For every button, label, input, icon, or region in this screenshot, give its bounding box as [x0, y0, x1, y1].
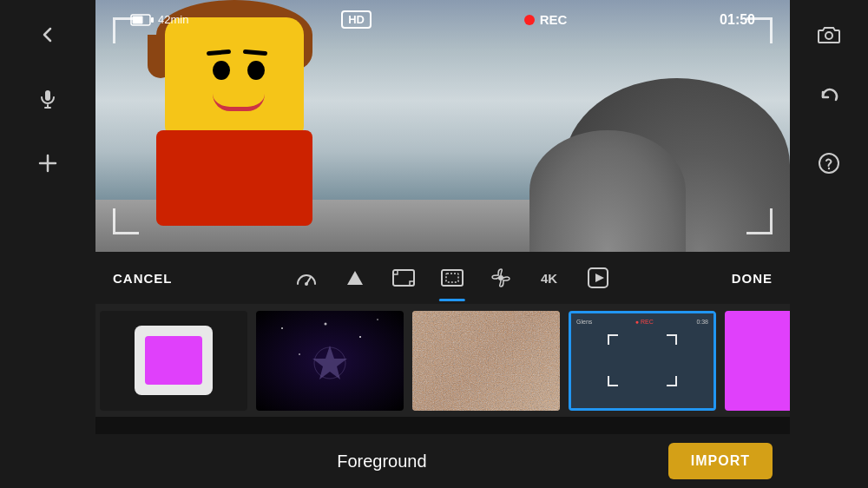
svg-point-17 [498, 275, 503, 280]
done-button[interactable]: DONE [732, 271, 773, 286]
svg-rect-16 [446, 274, 458, 282]
camera-button[interactable] [810, 16, 848, 54]
thumbnail-strip: Glens ● REC 0:38 [95, 304, 790, 417]
svg-point-7 [828, 168, 830, 169]
aspect-ratio-button[interactable] [387, 261, 420, 294]
rec-text: REC [540, 12, 568, 27]
camera-hud: 42min HD REC 01:50 [95, 10, 790, 29]
mic-button[interactable] [29, 80, 67, 118]
svg-point-5 [825, 32, 832, 39]
rec-dot [524, 15, 535, 25]
foreground-label: Foreground [95, 452, 668, 472]
undo-button[interactable] [810, 80, 848, 118]
up-arrow-button[interactable] [339, 261, 372, 294]
svg-point-23 [299, 353, 300, 355]
help-button[interactable] [810, 144, 848, 182]
grid-overlay-button[interactable] [436, 261, 469, 294]
add-button[interactable] [29, 144, 67, 182]
lego-figure [139, 17, 330, 226]
toolbar-icons: 4K [173, 261, 732, 294]
svg-rect-9 [133, 16, 143, 23]
viewfinder-mini-hud: Glens ● REC 0:38 [571, 319, 713, 325]
svg-marker-19 [595, 274, 604, 282]
svg-point-22 [359, 336, 361, 338]
thumbnail-4-selected[interactable]: Glens ● REC 0:38 [569, 311, 716, 411]
thumbnail-2[interactable] [256, 311, 404, 411]
video-preview: 42min HD REC 01:50 [95, 0, 790, 252]
back-button[interactable] [29, 16, 67, 54]
thumbnail-1[interactable] [100, 311, 247, 411]
svg-marker-25 [312, 346, 347, 379]
fan-button[interactable] [484, 261, 517, 294]
svg-marker-13 [347, 271, 363, 285]
svg-rect-0 [45, 90, 50, 101]
battery-indicator: 42min [130, 13, 188, 26]
svg-point-24 [377, 319, 378, 320]
svg-rect-10 [151, 17, 154, 23]
timer-display: 01:50 [720, 12, 755, 28]
svg-point-12 [305, 282, 308, 286]
toolbar: CANCEL [95, 252, 790, 304]
left-sidebar [0, 0, 95, 488]
svg-point-21 [325, 322, 327, 325]
battery-text: 42min [158, 13, 188, 26]
svg-rect-27 [412, 311, 560, 411]
svg-point-20 [281, 327, 283, 329]
svg-rect-15 [442, 270, 463, 286]
right-sidebar [790, 0, 868, 488]
thumbnail-5[interactable] [725, 311, 790, 411]
import-button[interactable]: IMPORT [668, 443, 773, 479]
play-button[interactable] [582, 261, 615, 294]
svg-rect-14 [393, 270, 414, 286]
hd-badge: HD [341, 10, 372, 29]
thumbnail-3[interactable] [412, 311, 560, 411]
speedometer-button[interactable] [290, 261, 323, 294]
cancel-button[interactable]: CANCEL [113, 271, 173, 286]
bottom-bar: Foreground IMPORT [0, 434, 868, 488]
quality-4k-button[interactable]: 4K [533, 261, 566, 294]
rec-indicator: REC [524, 12, 568, 27]
